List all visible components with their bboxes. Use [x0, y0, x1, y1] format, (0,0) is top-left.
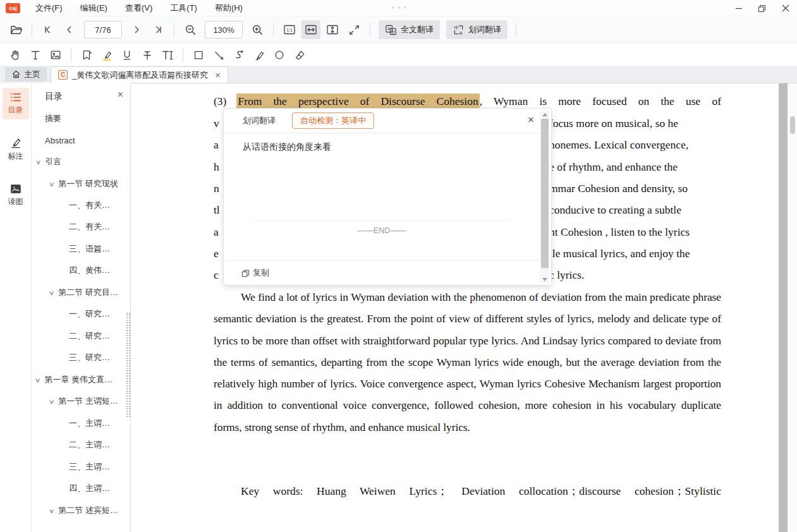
toc-item-label: 一、研究…	[69, 308, 110, 320]
document-scrollbar[interactable]	[788, 83, 797, 532]
text-insert-tool[interactable]	[158, 46, 177, 64]
popup-scrollbar-thumb[interactable]	[541, 119, 549, 268]
toc-item-label: 四、主谓…	[69, 483, 110, 494]
chevron-down-icon[interactable]: ∨	[49, 181, 55, 188]
sidebar-item-figures[interactable]: 读图	[3, 179, 29, 211]
sidebar-item-figures-label: 读图	[8, 196, 23, 207]
menu-view[interactable]: 查看(V)	[116, 0, 161, 16]
toc-item-label: 二、研究…	[69, 330, 110, 342]
sidebar-item-annotate[interactable]: 标注	[3, 133, 29, 166]
zoom-in-button[interactable]	[248, 20, 267, 39]
home-icon	[11, 70, 21, 79]
toc-item[interactable]: 四、主谓…	[32, 478, 131, 499]
first-page-button[interactable]	[39, 20, 58, 39]
scroll-up-arrow-icon[interactable]	[542, 113, 547, 116]
translation-result-text: 从话语衔接的角度来看	[243, 142, 331, 153]
toc-item[interactable]: Abstract	[32, 130, 131, 151]
image-snapshot-tool[interactable]	[46, 46, 65, 64]
toc-item[interactable]: 二、研究…	[32, 325, 131, 347]
end-marker: ——END——	[224, 226, 540, 235]
sidebar-item-toc[interactable]: 目录	[3, 88, 29, 119]
fullscreen-button[interactable]	[344, 20, 363, 39]
toc-item[interactable]: ∨第一节 研究现状	[32, 173, 131, 195]
close-tab-icon[interactable]: ×	[215, 70, 221, 80]
svg-text:文: 文	[391, 29, 396, 33]
toc-item-label: 三、主谓…	[69, 461, 110, 473]
toc-item[interactable]: 一、主谓…	[32, 413, 131, 434]
last-page-button[interactable]	[149, 20, 167, 39]
toc-item[interactable]: 三、语篇…	[32, 238, 131, 260]
minimize-button[interactable]	[727, 0, 750, 16]
curve-tool[interactable]	[229, 46, 248, 64]
menu-edit[interactable]: 编辑(E)	[71, 0, 116, 16]
toc-item[interactable]: ∨第二节 研究目…	[32, 282, 131, 303]
toc-item[interactable]: 一、研究…	[32, 303, 131, 325]
chevron-down-icon[interactable]: ∨	[35, 377, 41, 384]
chevron-down-icon[interactable]: ∨	[49, 289, 55, 296]
freehand-pen-tool[interactable]	[250, 46, 269, 64]
zoom-out-button[interactable]	[181, 20, 200, 39]
toc-item-label: 第一章 黄伟文直…	[44, 374, 113, 385]
home-tab[interactable]: 主页	[5, 67, 47, 82]
toc-item[interactable]: ∨引言	[32, 151, 131, 172]
fulltext-translate-button[interactable]: A 文 全文翻译	[379, 20, 440, 39]
language-detect-badge[interactable]: 自动检测：英译中	[292, 112, 374, 129]
fulltext-translate-label: 全文翻译	[401, 24, 434, 35]
fulltext-translate-icon: A 文	[385, 24, 397, 36]
word-translate-button[interactable]: 中 A 划词翻译	[446, 20, 508, 39]
open-file-button[interactable]	[6, 20, 25, 39]
text-select-tool[interactable]	[26, 46, 45, 64]
popup-header: 划词翻译 自动检测：英译中	[224, 109, 542, 133]
toc-resize-handle[interactable]	[126, 313, 130, 417]
menu-tools[interactable]: 工具(T)	[161, 0, 206, 16]
chevron-down-icon[interactable]: ∨	[35, 159, 42, 166]
toc-close-icon[interactable]: ×	[118, 89, 123, 100]
toc-item[interactable]: ∨第一节 主谓短…	[32, 390, 131, 412]
restore-button[interactable]	[750, 0, 774, 16]
toc-list-icon	[10, 92, 21, 102]
chevron-down-icon[interactable]: ∨	[49, 398, 55, 405]
toc-item[interactable]: 二、主谓…	[32, 434, 131, 456]
rectangle-tool[interactable]	[189, 46, 208, 64]
popup-title: 划词翻译	[243, 115, 276, 126]
fit-width-button[interactable]	[301, 20, 320, 39]
toc-item[interactable]: ∨第二节 述宾短…	[32, 500, 131, 521]
toc-item[interactable]: ∨第一章 黄伟文直…	[32, 369, 131, 390]
next-page-button[interactable]	[127, 20, 146, 39]
underline-tool[interactable]	[118, 46, 137, 64]
zoom-level-input[interactable]: 130%	[205, 21, 243, 39]
line-tool[interactable]	[209, 46, 228, 64]
menu-file[interactable]: 文件(F)	[27, 0, 71, 16]
fit-height-button[interactable]	[323, 20, 342, 39]
scroll-down-arrow-icon[interactable]	[542, 278, 547, 281]
toc-item[interactable]: 三、研究…	[32, 347, 131, 368]
bookmark-tool[interactable]	[77, 46, 96, 64]
toc-item[interactable]: 二、有关…	[32, 216, 131, 238]
page-number-input[interactable]: 7/76	[84, 21, 122, 39]
svg-text:中: 中	[454, 25, 459, 30]
previous-page-button[interactable]	[60, 20, 79, 39]
actual-size-button[interactable]: 1:1	[280, 20, 299, 39]
toc-item-label: 第二节 述宾短…	[58, 505, 118, 516]
eraser-tool[interactable]	[290, 46, 309, 64]
menu-help[interactable]: 帮助(H)	[206, 0, 252, 16]
ellipse-tool[interactable]	[270, 46, 289, 64]
sidebar-item-annotate-label: 标注	[8, 151, 23, 162]
highlight-tool[interactable]	[97, 46, 116, 64]
popup-close-icon[interactable]: ×	[528, 114, 534, 126]
close-window-button[interactable]	[774, 0, 797, 16]
chevron-down-icon[interactable]: ∨	[49, 507, 55, 514]
copy-button[interactable]: 复制	[241, 267, 269, 279]
toc-item[interactable]: 摘要	[32, 108, 131, 130]
strikethrough-tool[interactable]	[138, 46, 157, 64]
popup-scrollbar[interactable]	[540, 111, 549, 283]
hand-pan-tool[interactable]	[6, 46, 25, 64]
toc-item[interactable]: 四、黄伟…	[32, 260, 131, 281]
document-scrollbar-thumb[interactable]	[790, 116, 795, 134]
document-tab[interactable]: C _黄伟文歌词偏离搭配及语篇衔接研究 ×	[51, 66, 228, 83]
toc-item[interactable]: 一、有关…	[32, 195, 131, 216]
copy-label: 复制	[253, 267, 269, 279]
document-tab-title: _黄伟文歌词偏离搭配及语篇衔接研究	[72, 70, 208, 81]
toc-item[interactable]: 三、主谓…	[32, 456, 131, 478]
highlighted-selection[interactable]: From the perspective of Discourse Cohesi…	[236, 94, 479, 109]
